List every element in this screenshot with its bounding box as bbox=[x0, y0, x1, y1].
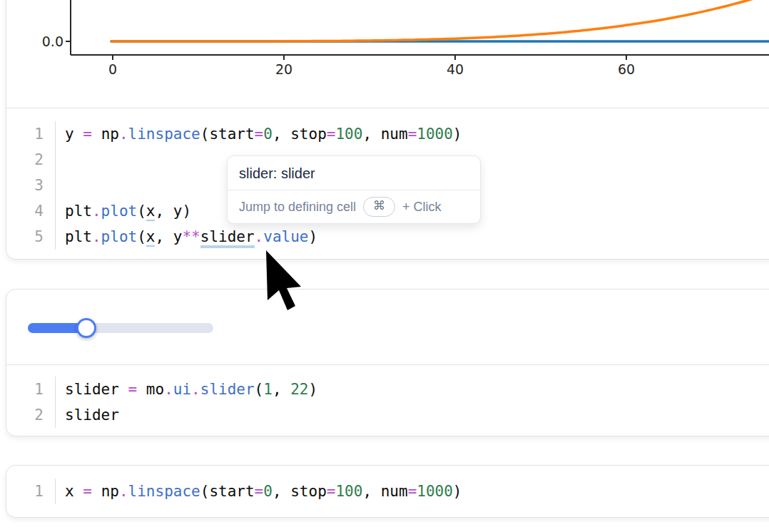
matplotlib-figure: 0.00204060 bbox=[6, 0, 769, 108]
line-number: 2 bbox=[6, 402, 44, 428]
code-line[interactable]: 2slider bbox=[6, 402, 769, 428]
symbol-tooltip: slider: slider Jump to defining cell ⌘ +… bbox=[227, 155, 481, 224]
line-number: 1 bbox=[6, 479, 44, 504]
notebook-cell-x: 1x = np.linspace(start=0, stop=100, num=… bbox=[6, 465, 769, 518]
mouse-cursor-icon bbox=[266, 250, 303, 312]
line-number: 5 bbox=[6, 224, 44, 250]
line-number: 1 bbox=[6, 121, 44, 147]
svg-text:40: 40 bbox=[447, 61, 464, 77]
code-editor-x[interactable]: 1x = np.linspace(start=0, stop=100, num=… bbox=[6, 466, 769, 504]
line-number: 2 bbox=[6, 147, 44, 173]
slider-output-area bbox=[6, 290, 769, 365]
code-line[interactable]: 1slider = mo.ui.slider(1, 22) bbox=[6, 377, 769, 402]
notebook-page: 0.00204060 1y = np.linspace(start=0, sto… bbox=[0, 0, 769, 532]
svg-text:20: 20 bbox=[275, 61, 292, 77]
line-number: 3 bbox=[6, 173, 44, 198]
code-line[interactable]: 5plt.plot(x, y**slider.value) bbox=[6, 224, 769, 250]
tooltip-title: slider: slider bbox=[228, 156, 480, 190]
svg-text:0.0: 0.0 bbox=[42, 34, 63, 49]
code-editor-slider[interactable]: 1slider = mo.ui.slider(1, 22)2slider bbox=[6, 365, 769, 428]
tooltip-hint-text: Jump to defining cell bbox=[239, 200, 356, 215]
hovered-symbol: slider bbox=[200, 228, 255, 248]
code-line[interactable]: 1x = np.linspace(start=0, stop=100, num=… bbox=[6, 479, 769, 504]
tooltip-hint-row: Jump to defining cell ⌘ + Click bbox=[228, 190, 480, 223]
svg-text:0: 0 bbox=[108, 61, 117, 77]
svg-text:60: 60 bbox=[618, 61, 635, 77]
code-line[interactable]: 1y = np.linspace(start=0, stop=100, num=… bbox=[6, 121, 769, 147]
tooltip-hint-suffix: + Click bbox=[402, 200, 442, 215]
line-number: 1 bbox=[6, 377, 44, 402]
slider-handle[interactable] bbox=[76, 318, 96, 338]
notebook-cell-slider: 1slider = mo.ui.slider(1, 22)2slider bbox=[6, 289, 769, 436]
line-number: 4 bbox=[6, 198, 44, 224]
slider-track[interactable] bbox=[28, 323, 213, 333]
command-key-icon: ⌘ bbox=[363, 197, 395, 217]
plot-output-area: 0.00204060 bbox=[6, 0, 769, 108]
